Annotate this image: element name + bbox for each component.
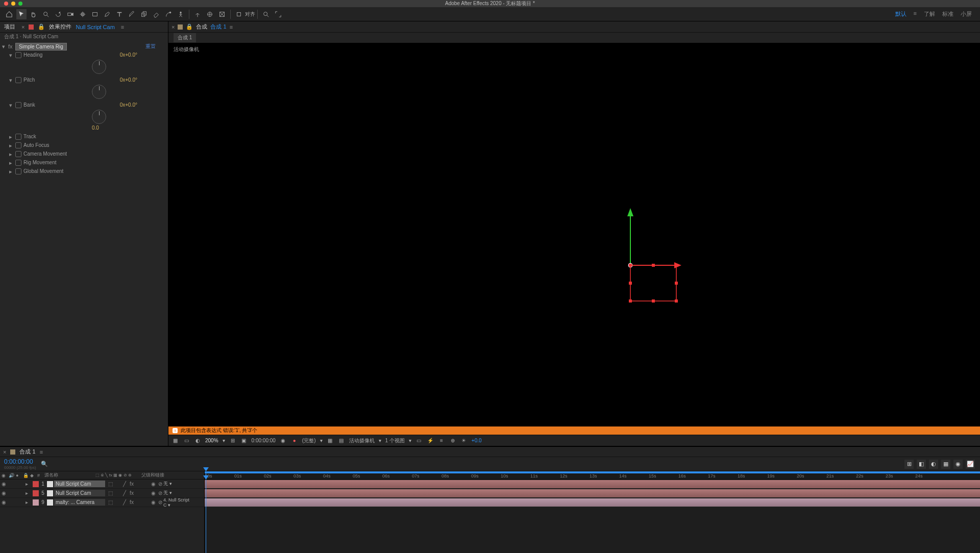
selection-tool[interactable] — [16, 9, 27, 19]
comp-lock-icon[interactable]: 🔒 — [186, 23, 193, 30]
layer-row[interactable]: ◉▸5Null Script Cam⬚╱fx◉⊘无 ▾ — [0, 489, 204, 498]
workspace-small[interactable]: 小屏 — [961, 10, 972, 18]
visibility-toggle[interactable]: ◉ — [0, 490, 7, 496]
shy-button[interactable]: ◐ — [929, 460, 938, 469]
layer-bars-area[interactable] — [204, 480, 980, 553]
comp-mini-flowchart-button[interactable]: ⊞ — [904, 460, 914, 469]
prop-twirl[interactable]: ▾ — [9, 102, 15, 109]
pan-behind-tool[interactable] — [78, 9, 88, 19]
eraser-tool[interactable] — [151, 9, 161, 19]
pen-tool[interactable] — [102, 9, 112, 19]
hand-tool[interactable] — [29, 9, 39, 19]
rotate-tool[interactable] — [53, 9, 63, 19]
pixel-aspect-icon[interactable]: ▭ — [415, 437, 423, 444]
layer-bar[interactable] — [205, 489, 980, 497]
layer-color[interactable] — [33, 490, 39, 496]
zoom-dropdown[interactable]: 200% — [205, 438, 218, 443]
timeline-tab-name[interactable]: 合成 1 — [19, 448, 35, 456]
text-tool[interactable] — [114, 9, 125, 19]
effect-name[interactable]: Simple Camera Rig — [15, 43, 67, 51]
grid-icon[interactable]: ▦ — [327, 437, 334, 444]
exposure-reset-icon[interactable]: ☀ — [460, 437, 468, 444]
fast-preview-icon[interactable]: ⚡ — [427, 437, 434, 444]
graph-editor-button[interactable]: 📈 — [966, 460, 975, 469]
prop-value[interactable]: 0x+0.0° — [120, 102, 168, 108]
draft-3d-button[interactable]: ◧ — [917, 460, 926, 469]
project-tab[interactable]: 项目 — [4, 23, 15, 31]
close-window-button[interactable] — [4, 2, 8, 6]
workspace-learn[interactable]: 了解 — [924, 10, 935, 18]
layer-twirl[interactable]: ▸ — [26, 490, 32, 496]
fx-twirl[interactable]: ▾ — [2, 43, 8, 50]
guides-icon[interactable]: ▤ — [338, 437, 345, 444]
lock-icon[interactable]: 🔒 — [38, 23, 45, 30]
prop-value[interactable]: 0x+0.0° — [120, 77, 168, 83]
mask-toggle-icon[interactable]: ◐ — [194, 437, 201, 444]
workspace-menu-icon[interactable]: ≡ — [914, 10, 917, 18]
prop-twirl[interactable]: ▸ — [9, 151, 15, 158]
3d-gizmo[interactable] — [615, 204, 687, 306]
layer-bar[interactable] — [205, 480, 980, 488]
zoom-tool[interactable] — [41, 9, 51, 19]
layer-switches[interactable]: ⬚╱fx◉⊘ — [107, 481, 163, 487]
parent-dropdown[interactable]: 无 ▾ — [163, 490, 194, 496]
fx-tab-prefix[interactable]: 效果控件 — [49, 23, 71, 31]
camera-tool[interactable] — [65, 9, 76, 19]
layer-switches[interactable]: ⬚╱fx◉⊘ — [107, 490, 163, 496]
prop-twirl[interactable]: ▸ — [9, 168, 15, 175]
composition-viewport[interactable]: 活动摄像机 — [168, 43, 980, 426]
parent-dropdown[interactable]: 无 ▾ — [163, 481, 194, 487]
stopwatch-icon[interactable] — [15, 168, 21, 174]
layer-row[interactable]: ◉▸1Null Script Cam⬚╱fx◉⊘无 ▾ — [0, 480, 204, 489]
time-display[interactable]: 0:00:00:00 — [252, 438, 276, 443]
workspace-standard[interactable]: 标准 — [942, 10, 953, 18]
timeline-icon[interactable]: ≡ — [438, 437, 445, 444]
expression-warning-bar[interactable]: ! 此项目包含表达式 错误:'1', 共'3'个 — [168, 426, 980, 435]
comp-panel-menu-icon[interactable]: ≡ — [230, 24, 233, 30]
exposure-value[interactable]: +0.0 — [472, 438, 482, 443]
rectangle-tool[interactable] — [90, 9, 100, 19]
roi-icon[interactable]: ▣ — [240, 437, 248, 444]
stopwatch-icon[interactable] — [15, 77, 21, 83]
parent-dropdown[interactable]: 4. Null Script C ▾ — [163, 497, 194, 508]
comp-flowchart-chip[interactable]: 合成 1 — [174, 33, 196, 42]
clone-tool[interactable] — [139, 9, 149, 19]
cam-caret-icon[interactable]: ▾ — [379, 438, 381, 443]
visibility-toggle[interactable]: ◉ — [0, 499, 7, 505]
stopwatch-icon[interactable] — [15, 151, 21, 157]
layer-name[interactable]: malty: ... Camera — [54, 499, 105, 506]
comp-tab-close[interactable]: × — [172, 24, 175, 30]
brush-tool[interactable] — [127, 9, 137, 19]
search-tool[interactable] — [261, 9, 271, 19]
zoom-caret-icon[interactable]: ▾ — [223, 438, 225, 443]
layer-row[interactable]: ◉▸9malty: ... Camera⬚╱fx◉⊘4. Null Script… — [0, 498, 204, 507]
angle-dial[interactable] — [92, 85, 106, 99]
views-caret-icon[interactable]: ▾ — [409, 438, 411, 443]
prop-value[interactable]: 0x+0.0° — [120, 52, 168, 58]
res-caret-icon[interactable]: ▾ — [320, 438, 323, 443]
angle-dial[interactable] — [92, 60, 106, 74]
layer-bar[interactable] — [205, 498, 980, 507]
visibility-toggle[interactable]: ◉ — [0, 481, 7, 487]
workspace-default[interactable]: 默认 — [895, 10, 906, 18]
panel-menu-icon[interactable]: ≡ — [121, 24, 124, 30]
views-dropdown[interactable]: 1 个视图 — [385, 437, 405, 444]
timeline-search-icon[interactable]: 🔍 — [41, 461, 51, 467]
layer-twirl[interactable]: ▸ — [26, 499, 32, 505]
playhead-line[interactable] — [206, 480, 206, 553]
channel-toggle-icon[interactable]: ▭ — [183, 437, 190, 444]
puppet-tool[interactable] — [176, 9, 186, 19]
maximize-window-button[interactable] — [18, 2, 22, 6]
fx-tab-link[interactable]: Null Script Cam — [76, 24, 114, 30]
camera-dropdown[interactable]: 活动摄像机 — [349, 437, 375, 444]
layer-name[interactable]: Null Script Cam — [54, 481, 105, 487]
motion-blur-button[interactable]: ◉ — [953, 460, 963, 469]
stopwatch-icon[interactable] — [15, 142, 21, 148]
timeline-tab-close[interactable]: × — [3, 449, 6, 455]
axis-local-tool[interactable] — [192, 9, 203, 19]
prop-twirl[interactable]: ▸ — [9, 142, 15, 149]
timeline-panel-menu-icon[interactable]: ≡ — [40, 449, 43, 455]
reset-button[interactable]: 重置 — [145, 43, 166, 50]
layer-color[interactable] — [33, 499, 39, 506]
prop-twirl[interactable]: ▸ — [9, 134, 15, 140]
